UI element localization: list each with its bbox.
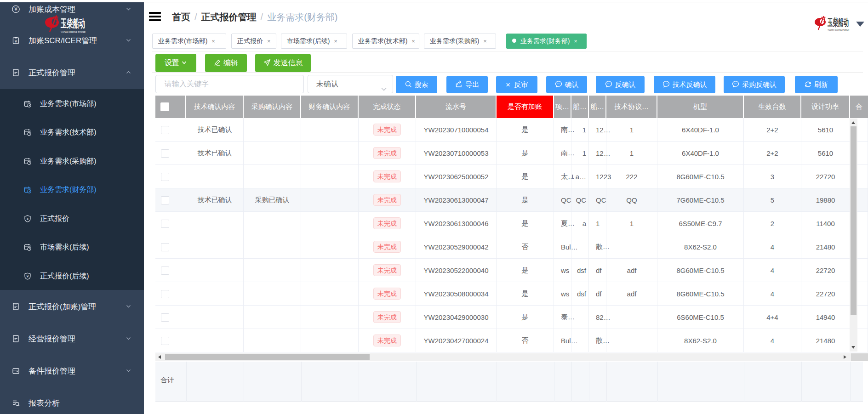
- svg-text:YUCHAI MARINE POWER: YUCHAI MARINE POWER: [61, 31, 86, 34]
- svg-text:玉柴船动: 玉柴船动: [827, 17, 849, 28]
- svg-text:玉柴船动: 玉柴船动: [60, 17, 85, 29]
- svg-text:YUCHAI MARINE POWER: YUCHAI MARINE POWER: [828, 28, 849, 31]
- svg-text:¥: ¥: [26, 217, 29, 221]
- svg-text:¥: ¥: [14, 39, 17, 44]
- svg-text:¥: ¥: [14, 6, 17, 12]
- svg-text:¥: ¥: [26, 274, 29, 278]
